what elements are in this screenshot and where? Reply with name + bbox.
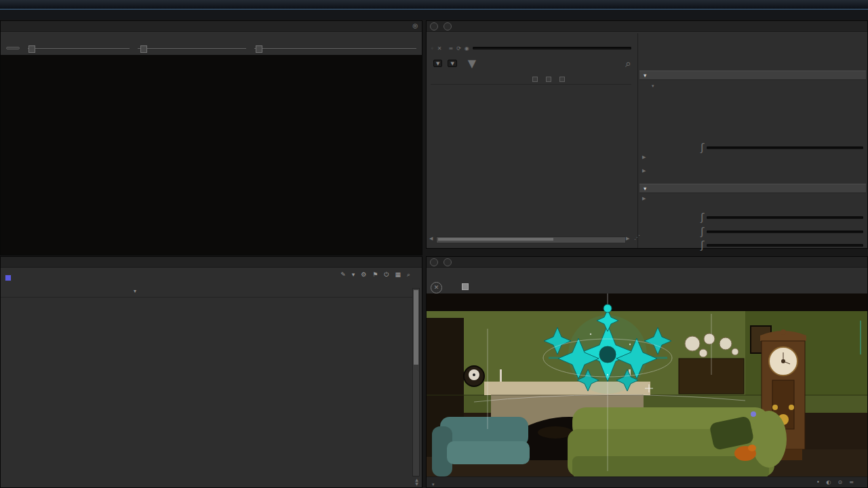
scenegraph-tabrow bbox=[1, 257, 422, 268]
rotate-row: ▶ bbox=[642, 155, 866, 160]
keyframe-icon[interactable]: ʃ bbox=[701, 141, 704, 154]
screenwindow-row: ▶ bbox=[642, 196, 866, 201]
viewer-tabrow bbox=[427, 257, 867, 268]
viewer-overlay-row: ✕ bbox=[431, 279, 867, 293]
forward-icon[interactable] bbox=[443, 22, 452, 30]
solo-column-icon[interactable] bbox=[546, 77, 551, 82]
menubar bbox=[0, 9, 868, 20]
mute-column-icon[interactable] bbox=[532, 77, 538, 82]
monitor-tabrow: ◎ bbox=[1, 21, 422, 32]
pivot-point bbox=[751, 411, 756, 417]
coi-row: ʃ bbox=[642, 141, 863, 154]
debug-button[interactable] bbox=[6, 47, 20, 49]
optix-controls bbox=[1, 41, 422, 55]
back-icon[interactable] bbox=[430, 258, 438, 266]
roughness-slider[interactable] bbox=[254, 45, 416, 52]
scenegraph-vscrollbar[interactable] bbox=[412, 288, 420, 476]
translate-group-header[interactable]: ▾ bbox=[652, 83, 863, 89]
scenegraph-toolbar-icons[interactable]: ✎▾⚙⚑⏻▦⌕ bbox=[340, 271, 416, 279]
scale-row: ▶ bbox=[642, 168, 866, 174]
offset-slider[interactable] bbox=[138, 45, 246, 52]
near-row: ʃ bbox=[642, 225, 863, 238]
scale-expander-icon[interactable]: ▶ bbox=[642, 168, 646, 174]
gaffer-node-header: ◦ ✕ ≡ ⟳ ◉ bbox=[431, 43, 631, 54]
viewer-menubar bbox=[429, 268, 867, 278]
keyframe-icon[interactable]: ʃ bbox=[701, 239, 704, 251]
fov-row: ʃ bbox=[642, 211, 863, 224]
scenegraph-column-header: ▾ bbox=[1, 288, 412, 298]
object-subpane: ▾ ▾ ʃ ▶ ▶ ▾ ▶ bbox=[638, 21, 867, 248]
keyframe-icon[interactable]: ʃ bbox=[701, 225, 704, 238]
katana-window: ◎ ◦ ✕ ≡ ⟳ ◉ bbox=[0, 0, 868, 488]
node-color-icon bbox=[5, 274, 12, 281]
3d-viewport[interactable] bbox=[427, 293, 867, 478]
viewer-bottombar-icons[interactable]: •◐⊙≡ bbox=[816, 477, 861, 487]
gaffer-column-header bbox=[431, 75, 631, 85]
node-pin-icon[interactable]: ◉ bbox=[465, 45, 469, 52]
olive-couch bbox=[568, 407, 787, 478]
forward-icon[interactable] bbox=[443, 258, 452, 266]
point-cloud-render[interactable] bbox=[1, 55, 422, 255]
gaffer-hscrollbar[interactable] bbox=[436, 237, 626, 243]
parameters-pane: ◦ ✕ ≡ ⟳ ◉ ▼ ▼ ▼ ⌕ bbox=[426, 20, 868, 249]
keyframe-icon[interactable]: ʃ bbox=[701, 211, 704, 224]
gaffer-filter-row: ▼ ▼ ▼ ⌕ bbox=[431, 58, 631, 68]
node-link-icon[interactable]: ≡ bbox=[448, 45, 453, 52]
interrupt-render-icon[interactable]: ✕ bbox=[431, 282, 442, 293]
monitor-pane: ◎ bbox=[0, 20, 422, 256]
scenegraph-pane: ✎▾⚙⚑⏻▦⌕ ▾ ▲▼ bbox=[0, 256, 422, 488]
scenegraph-toolbar: ✎▾⚙⚑⏻▦⌕ bbox=[5, 270, 418, 281]
options-dropdown[interactable]: ▾ bbox=[432, 481, 435, 487]
pane-options-icon[interactable]: ◎ bbox=[412, 22, 418, 29]
node-delete-icon[interactable]: ✕ bbox=[437, 45, 442, 52]
aperture-slider[interactable] bbox=[28, 45, 130, 52]
node-toggle-icon[interactable]: ◦ bbox=[431, 45, 434, 52]
near-field[interactable] bbox=[707, 230, 863, 233]
scroll-left-icon[interactable]: ◀ bbox=[429, 236, 433, 241]
workingset-dropdown[interactable]: ▾ bbox=[134, 288, 136, 294]
transform-section-header[interactable]: ▾ bbox=[639, 70, 866, 80]
scroll-right-icon[interactable]: ▶ bbox=[626, 236, 629, 241]
back-icon[interactable] bbox=[430, 22, 438, 30]
titlebar[interactable] bbox=[0, 0, 868, 9]
sync-selection-select[interactable]: ▼ bbox=[448, 60, 456, 67]
fov-field[interactable] bbox=[707, 216, 863, 219]
far-row: ʃ bbox=[642, 239, 863, 251]
profile-select[interactable]: ▼ bbox=[433, 60, 442, 67]
viewer-pane: ✕ bbox=[426, 256, 868, 488]
search-icon[interactable]: ⌕ bbox=[625, 57, 631, 70]
rotate-expander-icon[interactable]: ▶ bbox=[642, 155, 646, 160]
coi-field[interactable] bbox=[707, 146, 863, 149]
lock-column-icon[interactable] bbox=[559, 77, 565, 82]
screenwindow-expander-icon[interactable]: ▶ bbox=[642, 196, 646, 201]
view-section-header[interactable]: ▾ bbox=[639, 184, 866, 193]
scroll-arrows-icon[interactable]: ▲▼ bbox=[414, 478, 420, 486]
viewer-bottombar: ▾ •◐⊙≡ bbox=[427, 476, 867, 487]
node-name-field[interactable] bbox=[473, 47, 631, 49]
node-refresh-icon[interactable]: ⟳ bbox=[456, 45, 461, 52]
far-field[interactable] bbox=[707, 244, 863, 247]
expand-to-dropdown-icon[interactable]: ▼ bbox=[468, 57, 476, 70]
interactive-checkbox[interactable] bbox=[462, 283, 469, 290]
